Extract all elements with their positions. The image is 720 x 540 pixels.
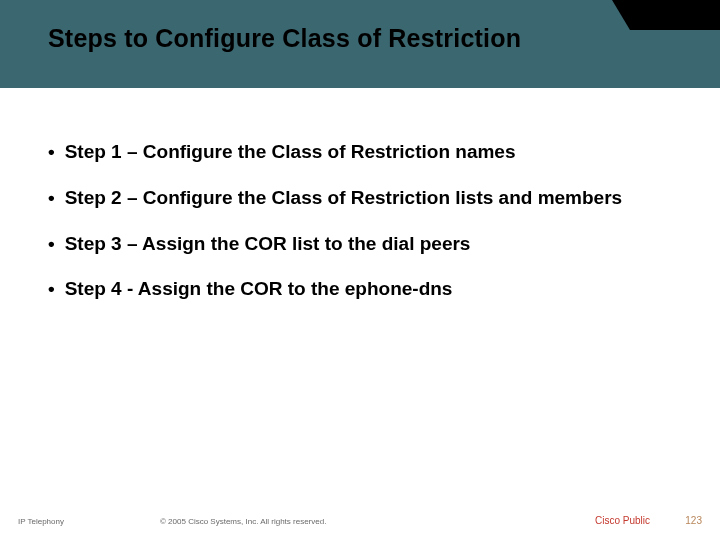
slide-title: Steps to Configure Class of Restriction [48, 24, 680, 53]
bullet-item: • Step 4 - Assign the COR to the ephone-… [48, 277, 672, 301]
bullet-dot: • [48, 186, 55, 210]
bullet-text: Step 3 – Assign the COR list to the dial… [65, 232, 471, 256]
bullet-item: • Step 3 – Assign the COR list to the di… [48, 232, 672, 256]
bullet-dot: • [48, 140, 55, 164]
bullet-dot: • [48, 232, 55, 256]
footer-label: Cisco Public [595, 515, 650, 526]
bullet-text: Step 2 – Configure the Class of Restrict… [65, 186, 622, 210]
bullet-dot: • [48, 277, 55, 301]
footer-page-number: 123 [685, 515, 702, 526]
footer-left: IP Telephony [18, 517, 64, 526]
bullet-text: Step 4 - Assign the COR to the ephone-dn… [65, 277, 453, 301]
slide-body: • Step 1 – Configure the Class of Restri… [48, 140, 672, 323]
bullet-item: • Step 2 – Configure the Class of Restri… [48, 186, 672, 210]
slide: Steps to Configure Class of Restriction … [0, 0, 720, 540]
footer: IP Telephony © 2005 Cisco Systems, Inc. … [0, 506, 720, 526]
footer-copyright: © 2005 Cisco Systems, Inc. All rights re… [160, 517, 326, 526]
bullet-item: • Step 1 – Configure the Class of Restri… [48, 140, 672, 164]
bullet-text: Step 1 – Configure the Class of Restrict… [65, 140, 516, 164]
